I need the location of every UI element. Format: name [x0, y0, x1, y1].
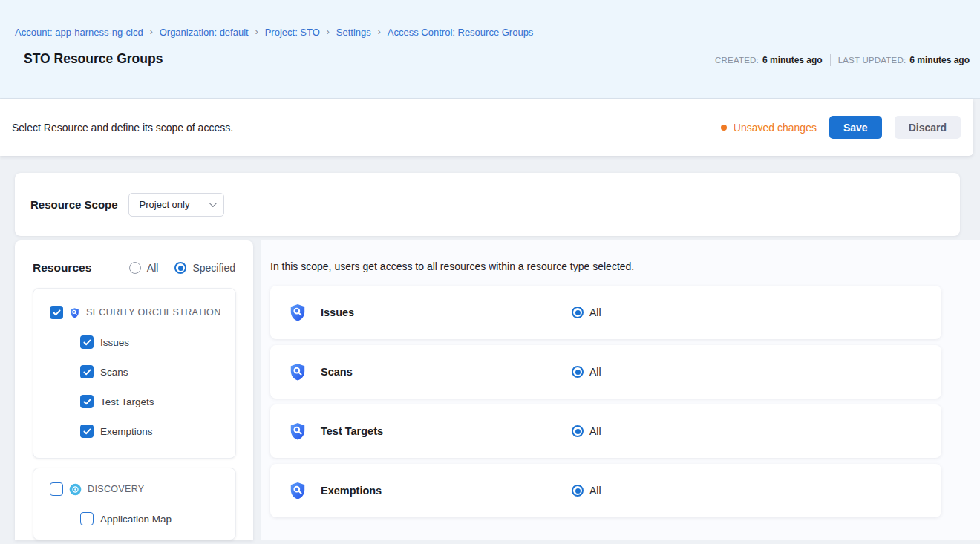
resource-access-radio[interactable]: All [572, 485, 601, 497]
resource-type-card: Test Targets All [270, 404, 941, 458]
access-label: All [589, 485, 601, 497]
group-checkbox[interactable] [50, 306, 63, 319]
page-header: Account: app-harness-ng-cicd›Organizatio… [0, 0, 980, 99]
radio-selected-icon[interactable] [572, 307, 584, 318]
radio-selected-icon[interactable] [572, 425, 584, 437]
resource-group-card: DISCOVERY Application Map [33, 468, 236, 540]
breadcrumb-separator: › [378, 27, 381, 37]
resource-type-label: Exemptions [321, 485, 382, 497]
group-children: Application Map [50, 504, 235, 534]
tree-item-label: Scans [100, 367, 128, 378]
page-title: STO Resource Groups [15, 51, 163, 67]
unsaved-changes-label: Unsaved changes [734, 122, 817, 134]
resource-type-card: Exemptions All [270, 464, 941, 517]
group-label: DISCOVERY [88, 484, 145, 494]
resources-mode-radio-group: All Specified [129, 262, 235, 274]
chevron-down-icon [209, 200, 217, 207]
tree-item-scans[interactable]: Scans [80, 357, 235, 387]
scope-panel: In this scope, users get access to all r… [261, 240, 980, 540]
resource-scope-card: Resource Scope Project only [15, 173, 960, 236]
created-label: CREATED: [715, 56, 759, 65]
resource-group-row[interactable]: SECURITY ORCHESTRATION [50, 298, 235, 327]
unsaved-dot-icon [721, 125, 727, 131]
radio-all-icon[interactable] [129, 262, 141, 274]
resource-group-card: SECURITY ORCHESTRATION IssuesScansTest T… [33, 288, 236, 459]
radio-option-specified[interactable]: Specified [174, 262, 235, 274]
tree-item-label: Test Targets [100, 396, 154, 407]
resource-access-radio[interactable]: All [572, 307, 601, 318]
checkbox[interactable] [80, 512, 94, 525]
checkbox[interactable] [80, 425, 94, 438]
header-meta: CREATED: 6 minutes ago LAST UPDATED: 6 m… [715, 54, 970, 67]
content-area: Resource Scope Project only Resources Al… [0, 156, 980, 540]
breadcrumb-link[interactable]: Access Control: Resource Groups [388, 27, 534, 38]
checkbox[interactable] [80, 365, 94, 378]
breadcrumb-separator: › [327, 27, 330, 37]
resource-type-label: Issues [321, 307, 354, 318]
resource-tree: SECURITY ORCHESTRATION IssuesScansTest T… [15, 288, 253, 540]
meta-divider [830, 54, 831, 66]
resource-type-card: Scans All [270, 345, 941, 399]
last-updated-label: LAST UPDATED: [838, 56, 906, 65]
breadcrumb-separator: › [255, 27, 258, 37]
access-label: All [589, 307, 601, 318]
tree-item-test-targets[interactable]: Test Targets [80, 387, 235, 416]
breadcrumb-link[interactable]: Settings [336, 27, 371, 38]
radio-specified-icon[interactable] [174, 262, 186, 274]
resource-scope-dropdown[interactable]: Project only [128, 193, 224, 217]
breadcrumb: Account: app-harness-ng-cicd›Organizatio… [15, 27, 970, 38]
resource-cards: Issues All Scans All Test Targets All Ex… [270, 286, 941, 517]
resource-access-radio[interactable]: All [572, 366, 601, 378]
radio-selected-icon[interactable] [572, 485, 584, 497]
resources-panel-title: Resources [33, 261, 91, 275]
sto-shield-icon [288, 422, 307, 441]
breadcrumb-link[interactable]: Organization: default [160, 27, 249, 38]
group-checkbox[interactable] [50, 482, 63, 496]
resource-scope-selected-value: Project only [140, 199, 190, 210]
sto-shield-icon [288, 362, 307, 381]
radio-option-all[interactable]: All [129, 262, 159, 274]
scope-description: In this scope, users get access to all r… [270, 260, 980, 272]
resources-panel: Resources All Specified SECURITY ORCHEST… [15, 240, 253, 540]
tree-item-label: Issues [100, 337, 129, 348]
sto-shield-icon [69, 307, 80, 318]
unsaved-changes-indicator: Unsaved changes [721, 122, 817, 134]
resource-type-card: Issues All [270, 286, 941, 339]
discovery-target-icon [69, 483, 82, 496]
created-value: 6 minutes ago [762, 55, 823, 65]
access-label: All [589, 366, 601, 378]
resource-access-radio[interactable]: All [572, 425, 601, 437]
radio-selected-icon[interactable] [572, 366, 584, 378]
breadcrumb-separator: › [150, 27, 153, 37]
sto-shield-icon [288, 303, 307, 322]
resource-group-row[interactable]: DISCOVERY [50, 474, 235, 504]
sto-shield-icon [288, 481, 307, 500]
group-children: IssuesScansTest TargetsExemptions [50, 327, 235, 446]
breadcrumb-link[interactable]: Account: app-harness-ng-cicd [15, 27, 143, 38]
save-button[interactable]: Save [829, 116, 882, 139]
toolbar-description: Select Resource and define its scope of … [12, 122, 233, 134]
tree-item-issues[interactable]: Issues [80, 327, 235, 357]
access-label: All [589, 425, 601, 437]
resource-scope-label: Resource Scope [30, 198, 118, 211]
tree-item-label: Exemptions [100, 426, 153, 437]
tree-item-exemptions[interactable]: Exemptions [80, 416, 235, 446]
last-updated-value: 6 minutes ago [909, 55, 970, 65]
action-toolbar: Select Resource and define its scope of … [0, 99, 973, 156]
group-label: SECURITY ORCHESTRATION [86, 307, 221, 318]
radio-all-label: All [147, 262, 159, 274]
resource-type-label: Test Targets [321, 425, 383, 437]
tree-item-application-map[interactable]: Application Map [80, 504, 235, 534]
resource-type-label: Scans [321, 366, 353, 378]
checkbox[interactable] [80, 335, 94, 349]
discard-button[interactable]: Discard [895, 116, 961, 139]
breadcrumb-link[interactable]: Project: STO [265, 27, 320, 38]
tree-item-label: Application Map [100, 514, 172, 525]
checkbox[interactable] [80, 395, 94, 408]
radio-specified-label: Specified [192, 262, 235, 274]
